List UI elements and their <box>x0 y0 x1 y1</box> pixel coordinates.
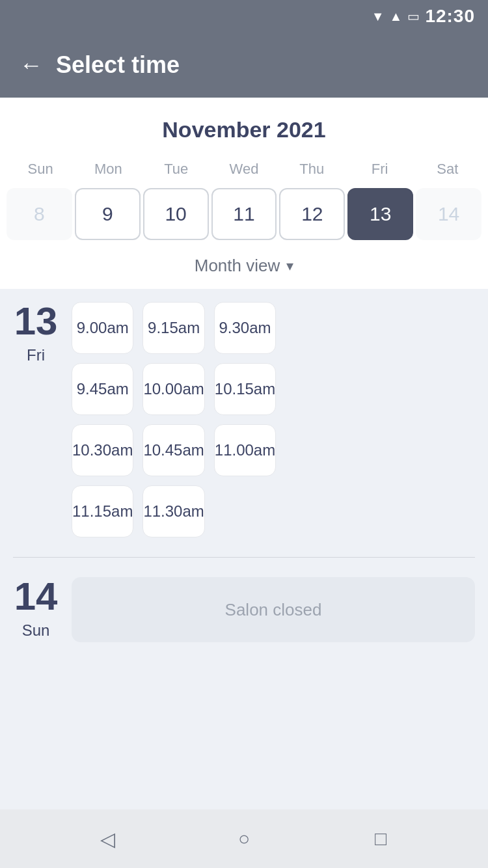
wifi-icon: ▼ <box>372 9 385 24</box>
bottom-navigation: ◁ ○ □ <box>0 809 488 868</box>
time-slot-1030am[interactable]: 10.30am <box>72 424 133 476</box>
day-header-sat: Sat <box>414 156 481 183</box>
day-header-mon: Mon <box>74 156 142 183</box>
time-slot-1000am[interactable]: 10.00am <box>142 363 204 415</box>
day-14-block: 14 Sun Salon closed <box>13 577 475 642</box>
signal-icon: ▲ <box>390 9 403 24</box>
status-icons: ▼ ▲ ▭ 12:30 <box>372 6 475 27</box>
month-view-label: Month view <box>195 256 280 276</box>
time-slot-945am[interactable]: 9.45am <box>72 363 133 415</box>
chevron-down-icon: ▾ <box>286 258 293 275</box>
day-header-wed: Wed <box>210 156 278 183</box>
status-time: 12:30 <box>425 6 475 27</box>
time-slot-930am[interactable]: 9.30am <box>214 302 276 354</box>
nav-home-button[interactable]: ○ <box>228 822 260 855</box>
day-header-tue: Tue <box>142 156 210 183</box>
nav-back-button[interactable]: ◁ <box>91 822 124 855</box>
nav-recent-button[interactable]: □ <box>364 822 397 855</box>
day-headers-row: Sun Mon Tue Wed Thu Fri Sat <box>0 156 488 183</box>
day-13-block: 13 Fri 9.00am 9.15am 9.30am 9.45am 10.00… <box>13 302 475 537</box>
day-cell-12[interactable]: 12 <box>279 188 345 240</box>
day-cell-13[interactable]: 13 <box>347 188 413 240</box>
time-slot-1045am[interactable]: 10.45am <box>142 424 204 476</box>
day-14-number: 14 <box>14 577 58 616</box>
day-cell-10[interactable]: 10 <box>143 188 209 240</box>
calendar-section: November 2021 Sun Mon Tue Wed Thu Fri Sa… <box>0 98 488 289</box>
day-13-row: 13 Fri 9.00am 9.15am 9.30am 9.45am 10.00… <box>13 302 475 537</box>
status-bar: ▼ ▲ ▭ 12:30 <box>0 0 488 33</box>
day-header-sun: Sun <box>7 156 74 183</box>
month-year-label: November 2021 <box>0 111 488 156</box>
time-slot-1130am[interactable]: 11.30am <box>142 485 204 537</box>
time-slot-1100am[interactable]: 11.00am <box>214 424 276 476</box>
app-header: ← Select time <box>0 33 488 98</box>
day-13-number: 13 <box>14 302 58 341</box>
time-slot-915am[interactable]: 9.15am <box>142 302 204 354</box>
day-14-label-col: 14 Sun <box>13 577 59 640</box>
day-divider <box>13 557 475 558</box>
day-cell-9[interactable]: 9 <box>75 188 141 240</box>
time-slot-900am[interactable]: 9.00am <box>72 302 133 354</box>
day-header-fri: Fri <box>346 156 413 183</box>
time-slots-section: 13 Fri 9.00am 9.15am 9.30am 9.45am 10.00… <box>0 289 488 809</box>
day-13-name: Fri <box>27 346 45 364</box>
back-button[interactable]: ← <box>20 53 43 77</box>
salon-closed-card: Salon closed <box>72 577 475 642</box>
day-header-thu: Thu <box>278 156 346 183</box>
day-14-row: 14 Sun Salon closed <box>13 577 475 642</box>
day-13-time-grid: 9.00am 9.15am 9.30am 9.45am 10.00am 10.1… <box>72 302 276 537</box>
day-cell-14: 14 <box>416 188 481 240</box>
day-cell-11[interactable]: 11 <box>211 188 277 240</box>
time-slot-1115am[interactable]: 11.15am <box>72 485 133 537</box>
battery-icon: ▭ <box>407 8 420 24</box>
time-slot-1015am[interactable]: 10.15am <box>214 363 276 415</box>
day-cell-8: 8 <box>7 188 72 240</box>
month-view-toggle[interactable]: Month view ▾ <box>0 245 488 289</box>
day-14-name: Sun <box>22 621 50 640</box>
week-row: 8 9 10 11 12 13 14 <box>0 183 488 245</box>
day-13-label-col: 13 Fri <box>13 302 59 364</box>
page-title: Select time <box>56 51 180 79</box>
